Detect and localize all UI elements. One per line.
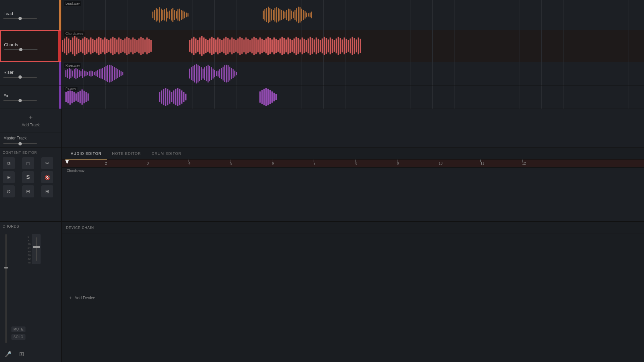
track-volume-fx[interactable] <box>3 100 37 101</box>
svg-rect-28 <box>273 10 274 20</box>
svg-rect-272 <box>185 94 186 101</box>
svg-rect-103 <box>201 36 203 56</box>
svg-rect-75 <box>108 40 110 52</box>
master-volume-slider[interactable] <box>3 143 37 144</box>
svg-rect-245 <box>234 71 235 77</box>
svg-rect-258 <box>88 94 89 101</box>
mute-icon-btn[interactable]: 🔇 <box>41 171 53 183</box>
track-volume-riser[interactable] <box>3 77 37 78</box>
svg-rect-86 <box>130 40 131 53</box>
svg-rect-128 <box>251 39 253 54</box>
chords-vertical-fader[interactable] <box>5 234 7 343</box>
copy-icon-btn[interactable]: ⧉ <box>3 157 15 169</box>
chords-label: CHORDS <box>0 222 61 231</box>
svg-rect-65 <box>88 40 90 53</box>
track-volume-lead[interactable] <box>3 18 37 19</box>
add-track-plus-icon: + <box>29 114 33 121</box>
mic-button[interactable]: 🎤 <box>3 349 13 359</box>
svg-rect-229 <box>208 65 209 82</box>
ruler-mark-7: 7 <box>314 160 316 167</box>
svg-rect-116 <box>227 38 229 54</box>
audio-editor-panel: AUDIO EDITOR NOTE EDITOR DRUM EDITOR 2 3… <box>62 148 644 221</box>
svg-rect-85 <box>128 38 129 54</box>
svg-rect-196 <box>87 72 88 75</box>
svg-rect-39 <box>291 11 292 19</box>
svg-rect-49 <box>308 13 309 17</box>
svg-rect-199 <box>92 71 93 76</box>
svg-rect-70 <box>98 37 100 55</box>
svg-rect-151 <box>298 38 299 54</box>
record-icon-btn[interactable]: ⊞ <box>3 171 15 183</box>
tab-audio-editor[interactable]: AUDIO EDITOR <box>65 148 107 160</box>
group2-icon-btn[interactable]: ⊞ <box>41 185 53 197</box>
chords-controls: MUTE SOLO 8 8 18 24 30 36 42 48 <box>0 231 61 346</box>
svg-rect-146 <box>287 38 289 54</box>
svg-rect-46 <box>303 10 304 20</box>
track-item-fx[interactable]: Fx <box>0 85 61 109</box>
svg-rect-238 <box>223 67 224 80</box>
s-icon-btn[interactable]: S <box>22 171 34 183</box>
svg-rect-45 <box>301 9 302 21</box>
svg-rect-53 <box>64 39 65 54</box>
track-volume-chords[interactable] <box>4 49 38 50</box>
tab-note-editor[interactable]: NOTE EDITOR <box>107 148 146 160</box>
svg-rect-191 <box>79 70 80 77</box>
svg-rect-257 <box>86 92 87 102</box>
waveform-lead <box>62 0 644 30</box>
svg-rect-270 <box>181 90 182 104</box>
svg-rect-232 <box>213 69 214 79</box>
cut-icon-btn[interactable]: ✂ <box>41 157 53 169</box>
grid2-icon-btn[interactable]: ⊟ <box>22 185 34 197</box>
svg-rect-73 <box>104 38 106 54</box>
svg-rect-136 <box>267 37 269 55</box>
svg-rect-4 <box>159 7 160 22</box>
svg-rect-56 <box>70 40 71 52</box>
mixer-button[interactable]: ⊞ <box>16 349 27 359</box>
svg-rect-261 <box>163 89 164 105</box>
svg-rect-252 <box>75 94 77 101</box>
svg-rect-71 <box>100 38 102 54</box>
svg-rect-263 <box>167 89 168 105</box>
track-item-riser[interactable]: Riser <box>0 62 61 85</box>
svg-rect-205 <box>102 68 103 79</box>
svg-rect-124 <box>243 40 245 53</box>
solo-button[interactable]: SOLO <box>11 334 25 340</box>
svg-rect-104 <box>203 38 205 54</box>
svg-rect-162 <box>320 40 321 52</box>
svg-rect-37 <box>288 9 289 21</box>
chords-fader-thumb <box>4 267 8 268</box>
svg-rect-150 <box>296 37 297 55</box>
svg-rect-8 <box>166 8 167 22</box>
track-item-chords[interactable]: Chords <box>0 30 61 62</box>
svg-rect-145 <box>285 40 287 53</box>
tab-drum-editor[interactable]: DRUM EDITOR <box>146 148 186 160</box>
svg-rect-242 <box>229 67 230 80</box>
svg-rect-99 <box>193 37 195 55</box>
add-track-button[interactable]: + Add Track <box>0 109 61 132</box>
svg-rect-193 <box>82 69 83 78</box>
eq-icon-btn[interactable]: ⊜ <box>3 185 15 197</box>
content-editor-label: CONTENT EDITOR <box>3 151 59 155</box>
svg-rect-117 <box>229 40 231 53</box>
paste-icon-btn[interactable]: ⊓ <box>22 157 34 169</box>
track-item-lead[interactable]: Lead <box>0 0 61 30</box>
svg-rect-248 <box>67 91 69 103</box>
device-chain-content: + Add Device <box>62 234 644 362</box>
ruler-mark-9: 9 <box>397 160 399 167</box>
svg-rect-212 <box>114 67 115 80</box>
channel-fader[interactable] <box>32 234 41 264</box>
add-device-label: Add Device <box>74 296 95 300</box>
track-name-riser: Riser <box>3 70 58 75</box>
svg-rect-152 <box>300 40 301 53</box>
svg-rect-96 <box>150 40 152 52</box>
svg-rect-63 <box>84 37 86 55</box>
svg-rect-93 <box>144 40 146 53</box>
svg-rect-274 <box>261 90 263 104</box>
add-device-button[interactable]: + Add Device <box>69 295 95 301</box>
svg-rect-13 <box>174 10 175 20</box>
svg-rect-221 <box>194 65 195 82</box>
svg-rect-202 <box>97 70 98 77</box>
mute-button[interactable]: MUTE <box>11 326 25 332</box>
svg-rect-68 <box>94 40 96 52</box>
svg-rect-26 <box>269 8 270 22</box>
